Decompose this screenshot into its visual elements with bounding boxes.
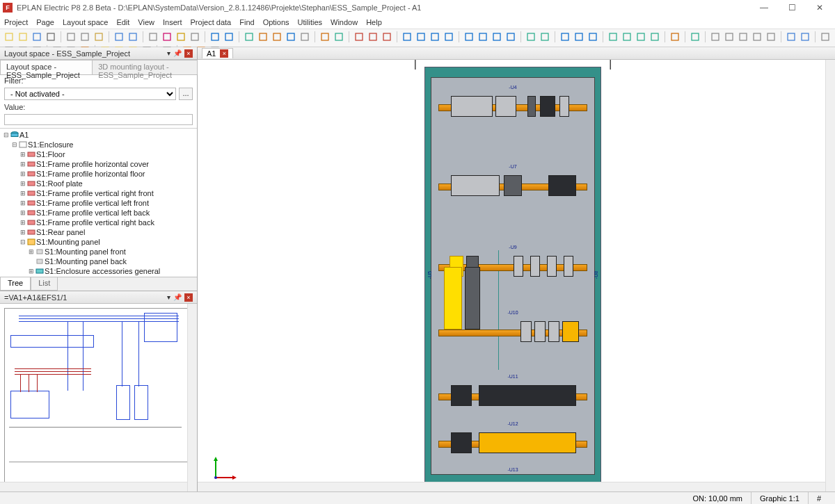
lr2-icon[interactable]: [573, 31, 585, 43]
tree-node[interactable]: ⊞S1:Rear panel: [3, 227, 194, 237]
menu-utilities[interactable]: Utilities: [298, 18, 322, 26]
wire-icon[interactable]: [463, 31, 475, 43]
preview-scrollbar-h[interactable]: [0, 482, 187, 491]
zoom-out-icon[interactable]: [737, 31, 749, 43]
close-button[interactable]: ✕: [811, 2, 828, 13]
component[interactable]: [547, 256, 557, 277]
snap-icon[interactable]: [223, 31, 235, 43]
pencil-icon[interactable]: [175, 31, 187, 43]
tree-expander-icon[interactable]: ⊞: [19, 151, 26, 158]
panel2d-icon[interactable]: [415, 31, 427, 43]
h4-icon[interactable]: [649, 31, 661, 43]
component[interactable]: [534, 321, 546, 342]
component[interactable]: [479, 432, 576, 453]
h3-icon[interactable]: [635, 31, 647, 43]
tree-expander-icon[interactable]: ⊞: [19, 219, 26, 226]
menu-help[interactable]: Help: [366, 18, 382, 26]
component[interactable]: [514, 256, 523, 277]
canvas-scrollbar-h[interactable]: [198, 482, 825, 491]
component[interactable]: [451, 385, 472, 406]
component[interactable]: [465, 267, 480, 330]
tree-expander-icon[interactable]: ⊟: [3, 131, 10, 138]
canvas-tab-close-icon[interactable]: ×: [220, 49, 228, 58]
menu-insert[interactable]: Insert: [163, 18, 182, 26]
maximize-button[interactable]: ☐: [784, 2, 800, 13]
eraser-icon[interactable]: [189, 31, 201, 43]
tree-node[interactable]: ⊞S1:Roof plate: [3, 179, 194, 188]
wire-route-icon[interactable]: [504, 31, 517, 43]
tree-node[interactable]: ⊞S1:Frame profile horizontal floor: [3, 169, 194, 179]
component[interactable]: [527, 96, 536, 117]
forward-icon[interactable]: [799, 31, 811, 43]
minimize-button[interactable]: —: [756, 2, 772, 13]
component[interactable]: [451, 175, 500, 196]
mounting-rail[interactable]: -U11: [437, 381, 589, 413]
menu-layout-space[interactable]: Layout space: [63, 18, 108, 26]
tree-node[interactable]: ⊞S1:Frame profile vertical left back: [3, 208, 194, 218]
tree-expander-icon[interactable]: ⊞: [28, 248, 35, 255]
lr1-icon[interactable]: [559, 31, 571, 43]
copy-icon[interactable]: [79, 31, 91, 43]
component[interactable]: [559, 96, 569, 117]
tree-expander-icon[interactable]: ⊞: [19, 180, 26, 187]
tag-icon[interactable]: [271, 31, 283, 43]
tree-expander-icon[interactable]: ⊞: [19, 161, 26, 168]
tree-expander-icon[interactable]: ⊞: [19, 170, 26, 177]
tree-node[interactable]: ⊟A1: [3, 130, 194, 140]
component[interactable]: [451, 432, 472, 453]
component[interactable]: [562, 321, 579, 342]
wire-remove-icon[interactable]: [491, 31, 503, 43]
cut-icon[interactable]: [65, 31, 77, 43]
mounting-rail[interactable]: -U7: [437, 171, 589, 203]
menu-view[interactable]: View: [138, 18, 154, 26]
tree-node[interactable]: ⊞S1:Mounting panel front: [3, 247, 194, 257]
tree-node[interactable]: ⊞S1:Floor: [3, 149, 194, 159]
tree-node[interactable]: ⊞S1:Frame profile vertical right back: [3, 218, 194, 227]
tab-layout-space[interactable]: Layout space - ESS_Sample_Project: [0, 60, 93, 74]
preview-canvas[interactable]: [0, 304, 197, 491]
node2-icon[interactable]: [367, 31, 379, 43]
cog-icon[interactable]: [299, 31, 311, 43]
panel-side-icon[interactable]: [429, 31, 441, 43]
menu-options[interactable]: Options: [263, 18, 289, 26]
component[interactable]: [564, 256, 573, 277]
grid-icon[interactable]: [209, 31, 221, 43]
preview-close-icon[interactable]: ×: [184, 293, 193, 302]
open-icon[interactable]: [17, 31, 29, 43]
mounting-rail[interactable]: -U4: [437, 92, 589, 124]
zoom-sel-icon[interactable]: [765, 31, 777, 43]
component[interactable]: [495, 96, 516, 117]
tree-node[interactable]: ⊞S1:Frame profile horizontal cover: [3, 159, 194, 169]
brush-icon[interactable]: [161, 31, 173, 43]
pan-icon[interactable]: [147, 31, 159, 43]
new-icon[interactable]: [3, 31, 15, 43]
canvas-viewport[interactable]: -U5 -U8 -U4-U7-U9-U10-U11-U12-U13: [198, 60, 835, 491]
redo-icon[interactable]: [127, 31, 139, 43]
lr3-icon[interactable]: [587, 31, 599, 43]
tree-node[interactable]: ⊟S1:Mounting panel: [3, 237, 194, 247]
component[interactable]: [548, 175, 576, 196]
mounting-rail[interactable]: -U12: [437, 428, 589, 460]
tree-node[interactable]: ⊞S1:Frame profile vertical right front: [3, 188, 194, 198]
h2-icon[interactable]: [621, 31, 633, 43]
preview-scrollbar-v[interactable]: [187, 304, 197, 491]
menu-page[interactable]: Page: [36, 18, 54, 26]
print-icon[interactable]: [45, 31, 57, 43]
copyfmt-icon[interactable]: [319, 31, 331, 43]
plus-icon[interactable]: [539, 31, 551, 43]
menu-find[interactable]: Find: [239, 18, 254, 26]
component[interactable]: [479, 385, 576, 406]
filter-ellipsis-button[interactable]: ...: [179, 88, 193, 100]
panel-dropdown-icon[interactable]: ▾: [167, 49, 170, 58]
measure-icon[interactable]: [257, 31, 269, 43]
tree-expander-icon[interactable]: ⊞: [19, 200, 26, 206]
tree-expander-icon[interactable]: ⊟: [11, 141, 18, 148]
menu-window[interactable]: Window: [331, 18, 358, 26]
tree-node[interactable]: ⊞S1:Frame profile vertical left front: [3, 198, 194, 208]
v1-icon[interactable]: [669, 31, 681, 43]
tab-list[interactable]: List: [31, 277, 58, 291]
preview-pin-icon[interactable]: 📌: [173, 293, 182, 302]
filter-select[interactable]: - Not activated -: [4, 88, 176, 100]
tab-3d-mounting[interactable]: 3D mounting layout - ESS_Sample_Project: [92, 60, 198, 74]
viewreset-icon[interactable]: [525, 31, 537, 43]
